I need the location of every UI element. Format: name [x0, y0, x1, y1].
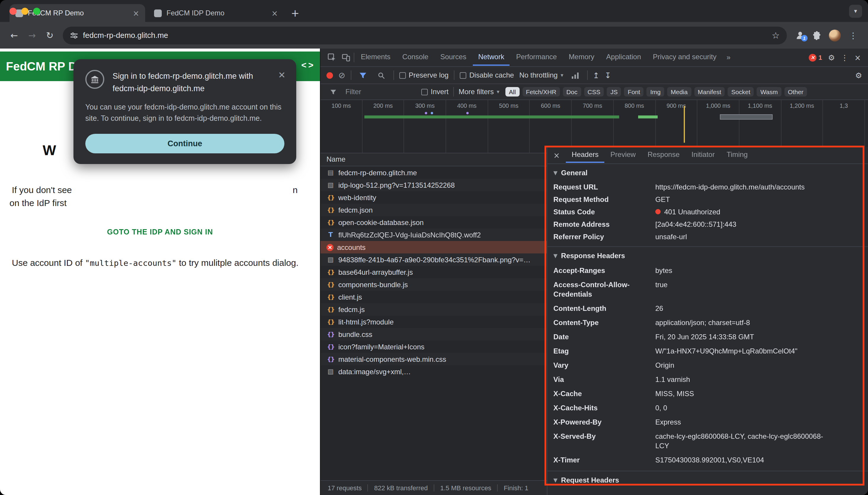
devtools-panel-tab[interactable]: Memory [564, 49, 600, 66]
network-overview-timeline[interactable]: 100 ms 200 ms 300 ms 400 ms 500 ms 600 m… [320, 100, 868, 153]
forward-button[interactable]: → [24, 27, 40, 44]
resource-type-chip[interactable]: Font [624, 87, 644, 97]
resource-type-chip[interactable]: JS [607, 87, 621, 97]
header-value: true [655, 280, 824, 299]
network-request-row[interactable]: open-cookie-database.json [320, 216, 547, 228]
reload-button[interactable]: ↻ [41, 27, 58, 44]
network-request-row[interactable]: data:image/svg+xml,… [320, 365, 547, 378]
devtools-panel-tab[interactable]: Sources [435, 49, 472, 66]
network-request-row[interactable]: fedcm.json [320, 204, 547, 216]
export-har-icon[interactable]: ↧ [605, 71, 611, 80]
header-value: 26 [655, 304, 824, 313]
network-request-row[interactable]: flUhRq6tzZclQEJ-Vdg-IuiaDsNcIhQ8tQ.woff2 [320, 228, 547, 241]
more-tabs-icon[interactable]: » [723, 53, 734, 62]
resource-type-chip[interactable]: Img [647, 87, 664, 97]
devtools-panel-tab[interactable]: Application [601, 49, 646, 66]
network-request-row[interactable]: accounts [320, 241, 547, 253]
devtools-panel-tab[interactable]: Network [473, 49, 510, 66]
profile-notification-icon[interactable]: 1 [795, 30, 805, 40]
network-request-row[interactable]: fedcm-rp-demo.glitch.me [320, 166, 547, 179]
details-tab[interactable]: Preview [605, 148, 642, 163]
disable-cache-toggle[interactable]: Disable cache [460, 71, 514, 79]
network-request-row[interactable]: material-components-web.min.css [320, 353, 547, 365]
devtools-panel-tab[interactable]: Performance [511, 49, 562, 66]
resource-type-chip[interactable]: CSS [584, 87, 604, 97]
network-settings-gear-icon[interactable]: ⚙ [855, 71, 862, 80]
network-request-row[interactable]: web-identity [320, 191, 547, 204]
details-tab[interactable]: Headers [566, 148, 605, 163]
code-button[interactable]: <> [301, 60, 315, 70]
devtools-panel-tab[interactable]: Console [397, 49, 434, 66]
resource-type-chip[interactable]: Manifest [694, 87, 724, 97]
devtools-panel-tab[interactable]: Elements [355, 49, 396, 66]
bookmark-star-icon[interactable]: ☆ [772, 30, 780, 40]
network-filter-input[interactable] [344, 87, 417, 97]
more-filters-dropdown[interactable]: More filters ▾ [458, 88, 499, 96]
device-toolbar-icon[interactable] [339, 53, 352, 62]
devtools-panel-tab[interactable]: Privacy and security [648, 49, 722, 66]
fedcm-close-icon[interactable]: ✕ [278, 70, 286, 81]
record-network-log-button[interactable] [327, 72, 333, 79]
resource-type-chip[interactable]: Media [667, 87, 691, 97]
network-request-row[interactable]: 94838ffe-241b-4a67-a9e0-290bfe34c351%2Fb… [320, 253, 547, 266]
devtools-menu-icon[interactable]: ⋮ [841, 53, 849, 62]
network-request-row[interactable]: client.js [320, 291, 547, 303]
error-count-badge[interactable]: × 1 [809, 54, 822, 61]
close-details-icon[interactable]: × [548, 151, 566, 159]
resource-type-chip[interactable]: Fetch/XHR [522, 87, 560, 97]
network-request-row[interactable]: bundle.css [320, 328, 547, 340]
request-name: idp-logo-512.png?v=1713514252268 [338, 181, 455, 189]
minimize-window-button[interactable] [21, 8, 29, 15]
resource-type-chip[interactable]: Socket [728, 87, 754, 97]
response-headers-section-header[interactable]: ▼ Response Headers [548, 247, 868, 263]
browser-tab-idp-demo[interactable]: FedCM IDP Demo × [148, 4, 284, 22]
zoom-window-button[interactable] [33, 8, 40, 15]
header-key: X-Served-By [553, 432, 655, 450]
devtools-settings-gear-icon[interactable]: ⚙ [828, 53, 835, 62]
chrome-menu-icon[interactable]: ⋮ [848, 31, 858, 40]
clear-network-log-icon[interactable]: ⊘ [338, 71, 345, 79]
import-har-icon[interactable]: ↥ [593, 71, 599, 80]
network-conditions-icon[interactable] [568, 72, 582, 79]
inspect-element-icon[interactable] [325, 53, 338, 62]
resource-type-chip[interactable]: Other [784, 87, 807, 97]
header-key: X-Timer [553, 455, 655, 465]
profile-avatar[interactable] [829, 29, 841, 41]
tab-close-icon[interactable]: × [133, 8, 139, 17]
request-headers-section-header[interactable]: ▼ Request Headers [548, 471, 868, 488]
network-request-row[interactable]: icon?family=Material+Icons [320, 340, 547, 353]
details-tab[interactable]: Timing [721, 148, 754, 163]
search-icon[interactable] [375, 71, 388, 79]
network-request-row[interactable]: base64url-arraybuffer.js [320, 266, 547, 278]
preserve-log-toggle[interactable]: Preserve log [399, 71, 449, 79]
goto-idp-link[interactable]: GOTO THE IDP AND SIGN IN [0, 228, 320, 236]
tab-search-button[interactable]: ▾ [849, 5, 862, 18]
invert-filter-toggle[interactable]: Invert [421, 88, 449, 96]
resource-type-chip[interactable]: Doc [563, 87, 581, 97]
resource-type-chip[interactable]: All [505, 87, 519, 97]
resource-type-chip[interactable]: Wasm [757, 87, 782, 97]
continue-button[interactable]: Continue [85, 134, 284, 153]
network-request-row[interactable]: idp-logo-512.png?v=1713514252268 [320, 179, 547, 191]
tab-close-icon[interactable]: × [271, 8, 278, 17]
back-button[interactable]: ← [6, 27, 22, 44]
network-request-row[interactable]: lit-html.js?module [320, 315, 547, 328]
throttling-select[interactable]: No throttling ▾ [519, 71, 563, 79]
address-bar[interactable]: fedcm-rp-demo.glitch.me ☆ [63, 27, 787, 44]
devtools-close-icon[interactable]: × [854, 53, 861, 62]
site-settings-icon[interactable] [70, 31, 78, 39]
checkbox[interactable] [399, 72, 405, 79]
details-tab[interactable]: Initiator [685, 148, 721, 163]
general-section-header[interactable]: ▼ General [548, 164, 868, 181]
new-tab-button[interactable]: + [291, 9, 300, 17]
request-name: material-components-web.min.css [338, 355, 446, 363]
filter-funnel-icon[interactable] [356, 71, 369, 79]
checkbox[interactable] [460, 72, 466, 79]
network-request-row[interactable]: components-bundle.js [320, 278, 547, 291]
section-title: Request Headers [561, 476, 619, 484]
details-tab[interactable]: Response [642, 148, 685, 163]
network-request-row[interactable]: fedcm.js [320, 303, 547, 315]
close-window-button[interactable] [10, 8, 17, 15]
extensions-puzzle-icon[interactable] [812, 31, 822, 40]
checkbox[interactable] [421, 88, 428, 95]
